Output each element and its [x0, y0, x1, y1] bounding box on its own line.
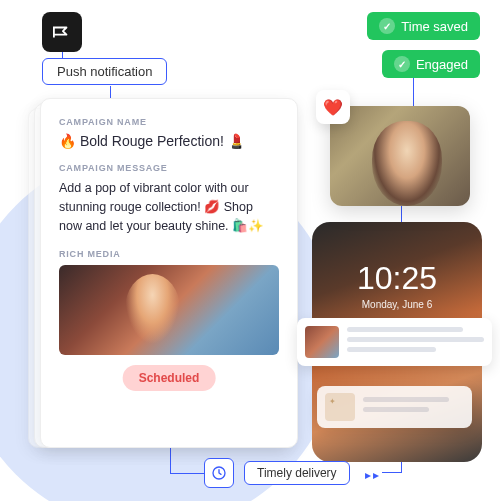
clock-icon	[211, 465, 227, 481]
notification-thumbnail	[305, 326, 339, 358]
text-placeholder	[347, 347, 436, 352]
notification-content	[363, 397, 464, 417]
rich-media-preview[interactable]	[59, 265, 279, 355]
campaign-card[interactable]: CAMPAIGN NAME 🔥 Bold Rouge Perfection! 💄…	[40, 98, 298, 448]
campaign-name: 🔥 Bold Rouge Perfection! 💄	[59, 133, 279, 149]
check-icon	[379, 18, 395, 34]
campaign-card-stack: CAMPAIGN NAME 🔥 Bold Rouge Perfection! 💄…	[28, 98, 286, 448]
benefit-text: Engaged	[416, 57, 468, 72]
app-logo	[42, 12, 82, 52]
connector-line	[170, 448, 171, 473]
flag-icon	[53, 25, 71, 39]
text-placeholder	[347, 337, 484, 342]
campaign-name-label: CAMPAIGN NAME	[59, 117, 279, 127]
phone-date: Monday, June 6	[326, 299, 468, 310]
benefit-badge-time-saved: Time saved	[367, 12, 480, 40]
text-placeholder	[347, 327, 463, 332]
push-notification-label: Push notification	[42, 58, 167, 85]
rich-media-label: RICH MEDIA	[59, 249, 279, 259]
connector-line	[413, 78, 414, 108]
phone-time: 10:25	[326, 260, 468, 297]
lockscreen-notification[interactable]	[297, 318, 492, 366]
text-placeholder	[363, 407, 429, 412]
heart-reaction-badge[interactable]: ❤️	[316, 90, 350, 124]
clock-badge	[204, 458, 234, 488]
timely-delivery-label: Timely delivery	[244, 461, 350, 485]
status-badge: Scheduled	[123, 365, 216, 391]
benefit-badge-engaged: Engaged	[382, 50, 480, 78]
user-avatar-card	[330, 106, 470, 206]
connector-line	[382, 472, 402, 473]
lockscreen-notification[interactable]	[317, 386, 472, 428]
check-icon	[394, 56, 410, 72]
campaign-message-label: CAMPAIGN MESSAGE	[59, 163, 279, 173]
campaign-message: Add a pop of vibrant color with our stun…	[59, 179, 279, 235]
arrow-icon: ▸▸	[365, 468, 381, 482]
notification-thumbnail	[325, 393, 355, 421]
notification-content	[347, 327, 484, 357]
benefit-text: Time saved	[401, 19, 468, 34]
text-placeholder	[363, 397, 449, 402]
